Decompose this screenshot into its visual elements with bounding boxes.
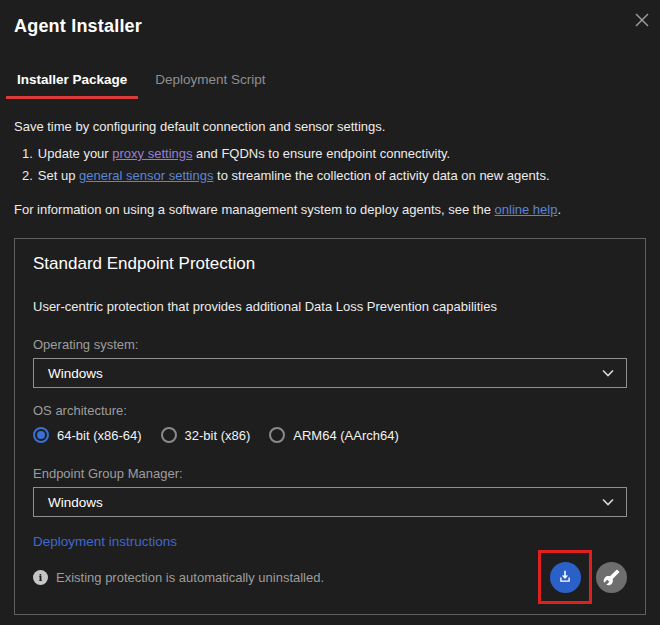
- intro-section: Save time by configuring default connect…: [0, 119, 660, 217]
- dialog-title: Agent Installer: [14, 16, 646, 37]
- build-tools-button[interactable]: [596, 562, 627, 593]
- tab-bar: Installer Package Deployment Script: [0, 72, 660, 99]
- more-info-text: For information on using a software mana…: [14, 202, 646, 217]
- radio-arm64[interactable]: ARM64 (AArch64): [269, 427, 398, 443]
- operating-system-select[interactable]: Windows: [33, 358, 627, 388]
- step-text: Set up: [38, 168, 79, 183]
- endpoint-group-manager-select[interactable]: Windows: [33, 487, 627, 517]
- panel-description: User-centric protection that provides ad…: [33, 299, 627, 314]
- online-help-link[interactable]: online help: [495, 202, 558, 217]
- agent-installer-dialog: Agent Installer Installer Package Deploy…: [0, 0, 660, 625]
- operating-system-label: Operating system:: [33, 337, 627, 352]
- list-item: 2.Set up general sensor settings to stre…: [14, 165, 646, 187]
- tab-deployment-script[interactable]: Deployment Script: [144, 72, 276, 99]
- list-item: 1.Update your proxy settings and FQDNs t…: [14, 143, 646, 165]
- radio-64bit[interactable]: 64-bit (x86-64): [33, 427, 142, 443]
- os-architecture-label: OS architecture:: [33, 403, 627, 418]
- step-number: 2.: [22, 168, 33, 183]
- close-icon: [633, 11, 651, 29]
- os-architecture-radio-group: 64-bit (x86-64) 32-bit (x86) ARM64 (AArc…: [33, 427, 627, 443]
- step-text: Update your: [38, 146, 112, 161]
- proxy-settings-link[interactable]: proxy settings: [112, 146, 192, 161]
- footer-note-text: Existing protection is automatically uni…: [56, 570, 324, 585]
- radio-arm64-label: ARM64 (AArch64): [293, 428, 398, 443]
- dialog-header: Agent Installer: [0, 0, 660, 37]
- radio-unselected-icon: [269, 427, 285, 443]
- annotation-highlight-box: [538, 550, 592, 604]
- chevron-down-icon: [602, 498, 614, 506]
- endpoint-group-manager-value: Windows: [48, 495, 103, 510]
- standard-endpoint-protection-panel: Standard Endpoint Protection User-centri…: [14, 238, 646, 615]
- step-text: and FQDNs to ensure endpoint connectivit…: [192, 146, 450, 161]
- radio-32bit[interactable]: 32-bit (x86): [161, 427, 251, 443]
- deployment-instructions-link[interactable]: Deployment instructions: [33, 534, 177, 549]
- radio-selected-icon: [33, 427, 49, 443]
- download-icon: [556, 568, 574, 586]
- radio-unselected-icon: [161, 427, 177, 443]
- action-buttons: [538, 550, 627, 604]
- operating-system-value: Windows: [48, 366, 103, 381]
- radio-64bit-label: 64-bit (x86-64): [57, 428, 142, 443]
- panel-title: Standard Endpoint Protection: [33, 254, 627, 274]
- close-button[interactable]: [631, 9, 653, 31]
- footer-note: i Existing protection is automatically u…: [33, 570, 324, 585]
- step-number: 1.: [22, 146, 33, 161]
- setup-steps-list: 1.Update your proxy settings and FQDNs t…: [14, 143, 646, 187]
- endpoint-group-manager-label: Endpoint Group Manager:: [33, 466, 627, 481]
- step-text: to streamline the collection of activity…: [213, 168, 549, 183]
- wrench-icon: [603, 569, 620, 586]
- info-icon: i: [33, 570, 48, 585]
- tab-installer-package[interactable]: Installer Package: [6, 72, 138, 99]
- panel-footer: i Existing protection is automatically u…: [33, 550, 627, 604]
- intro-lead-text: Save time by configuring default connect…: [14, 119, 646, 134]
- radio-32bit-label: 32-bit (x86): [185, 428, 251, 443]
- more-info-pre: For information on using a software mana…: [14, 202, 495, 217]
- more-info-post: .: [557, 202, 561, 217]
- chevron-down-icon: [602, 369, 614, 377]
- download-button[interactable]: [550, 562, 581, 593]
- general-sensor-settings-link[interactable]: general sensor settings: [79, 168, 213, 183]
